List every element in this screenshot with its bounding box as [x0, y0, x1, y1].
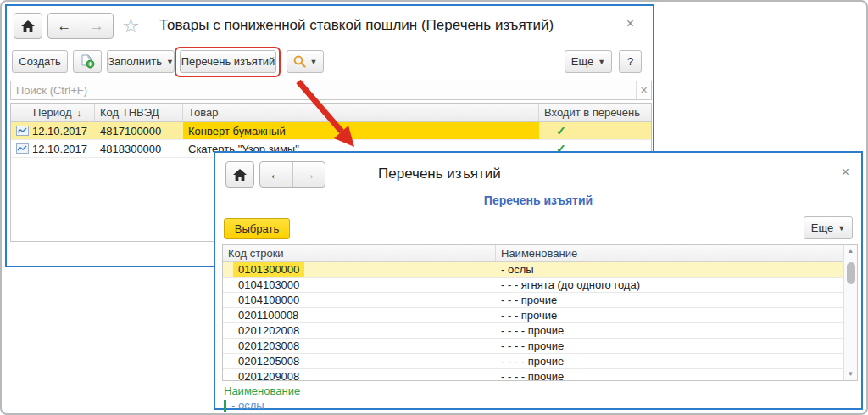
- back-icon: ←: [269, 166, 283, 183]
- home-button[interactable]: [225, 161, 254, 188]
- create-button-label: Создать: [19, 55, 60, 68]
- chevron-down-icon: ▼: [166, 58, 174, 66]
- list-item[interactable]: 0201100008- - - прочие: [223, 308, 843, 323]
- row-code-cell[interactable]: 0104108000: [223, 293, 496, 307]
- footer-field-value: - ослы: [231, 399, 264, 412]
- clear-search-icon[interactable]: ✕: [636, 81, 651, 99]
- search-icon: [293, 55, 306, 68]
- column-header-code[interactable]: Код ТНВЭД: [95, 104, 183, 121]
- chevron-down-icon: ▼: [598, 58, 605, 66]
- row-name-cell[interactable]: - - - - прочие: [496, 369, 843, 380]
- tnved-code-cell[interactable]: 4817100000: [95, 122, 183, 139]
- forward-button[interactable]: →: [292, 162, 326, 187]
- record-icon: [16, 126, 29, 136]
- row-code-cell[interactable]: 0104103000: [223, 278, 496, 292]
- search-input[interactable]: [11, 84, 636, 97]
- in-list-cell[interactable]: ✓: [539, 122, 651, 139]
- search-field-wrap: ✕: [10, 81, 652, 100]
- nav-history-group: ← →: [259, 161, 326, 188]
- product-cell[interactable]: Конверт бумажный: [183, 122, 539, 139]
- favorite-star-icon[interactable]: ☆: [122, 14, 140, 37]
- scroll-up-icon[interactable]: ▲: [848, 245, 854, 257]
- home-icon: [21, 20, 35, 32]
- window-exemption-list: ← → Перечень изъятий × Перечень изъятий …: [214, 151, 863, 410]
- row-name-cell[interactable]: - ослы: [496, 262, 843, 277]
- record-icon: [16, 143, 29, 154]
- chevron-down-icon: ▼: [837, 224, 845, 233]
- more-button-label: Еще: [811, 222, 833, 234]
- goods-table-header: Период ↓ Код ТНВЭД Товар Входит в перече…: [11, 104, 651, 122]
- select-button-label: Выбрать: [235, 222, 279, 235]
- list-item[interactable]: 0101300000- ослы: [223, 262, 843, 278]
- help-button[interactable]: ?: [619, 50, 642, 73]
- list-item[interactable]: 0201202008- - - - прочие: [223, 323, 843, 339]
- list-item[interactable]: 0201209008- - - - прочие: [223, 369, 843, 380]
- search-menu-button[interactable]: ▼: [287, 50, 324, 73]
- fill-button-label: Заполнить: [108, 55, 162, 68]
- back-button[interactable]: ←: [48, 14, 81, 38]
- more-button-label: Еще: [571, 55, 593, 68]
- sort-descending-icon: ↓: [77, 108, 82, 118]
- copy-button[interactable]: [73, 50, 102, 73]
- row-code-cell[interactable]: 0201100008: [223, 308, 496, 322]
- home-icon: [233, 169, 247, 181]
- vertical-scrollbar[interactable]: ▲ ▼: [843, 245, 857, 380]
- row-code-cell[interactable]: 0201202008: [223, 323, 496, 338]
- column-header-row-code[interactable]: Код строки: [223, 245, 496, 261]
- row-code-cell[interactable]: 0201209008: [223, 369, 496, 380]
- row-name-cell[interactable]: - - - прочие: [496, 293, 843, 307]
- row-name-cell[interactable]: - - - - прочие: [496, 339, 843, 353]
- nav-history-group: ← →: [47, 13, 114, 39]
- cursor-bar: [224, 400, 226, 412]
- forward-icon: →: [90, 18, 104, 35]
- footer-field-label: Наименование: [224, 384, 300, 397]
- chevron-down-icon: ▼: [310, 58, 318, 66]
- exemption-table: Код строки Наименование 0101300000- ослы…: [222, 244, 858, 381]
- back-icon: ←: [57, 18, 71, 35]
- more-button[interactable]: Еще ▼: [804, 216, 853, 239]
- check-icon: ✓: [556, 124, 566, 137]
- column-header-product[interactable]: Товар: [183, 104, 539, 121]
- row-name-cell[interactable]: - - - - прочие: [496, 354, 843, 368]
- list-item[interactable]: 0104103000- - - ягнята (до одного года): [223, 278, 843, 293]
- fill-button[interactable]: Заполнить ▼: [107, 50, 175, 73]
- copy-document-icon: [81, 54, 95, 69]
- column-header-name[interactable]: Наименование: [496, 245, 857, 261]
- close-icon[interactable]: ×: [842, 165, 849, 180]
- list-item[interactable]: 0104108000- - - прочие: [223, 293, 843, 308]
- forward-button[interactable]: →: [81, 14, 114, 38]
- period-cell[interactable]: 12.10.2017: [11, 140, 95, 157]
- row-name-cell[interactable]: - - - ягнята (до одного года): [496, 278, 843, 292]
- more-button[interactable]: Еще ▼: [565, 50, 612, 73]
- home-button[interactable]: [14, 13, 42, 39]
- back-button[interactable]: ←: [260, 162, 292, 187]
- scroll-down-icon[interactable]: ▼: [848, 368, 854, 380]
- list-heading: Перечень изъятий: [215, 193, 861, 207]
- exemption-table-body: 0101300000- ослы0104103000- - - ягнята (…: [223, 262, 843, 380]
- column-header-in-list[interactable]: Входит в перечень: [539, 104, 651, 121]
- page-title: Товары с пониженной ставкой пошлин (Пере…: [159, 17, 554, 34]
- table-row[interactable]: 12.10.20174817100000Конверт бумажный✓: [11, 122, 651, 140]
- footer-field-value-row: - ослы: [224, 399, 264, 412]
- scrollbar-thumb[interactable]: [847, 262, 855, 284]
- close-icon[interactable]: ×: [626, 16, 634, 31]
- screenshot-frame: ← → ☆ Товары с пониженной ставкой пошлин…: [0, 0, 868, 415]
- period-cell[interactable]: 12.10.2017: [11, 122, 95, 139]
- row-code-cell[interactable]: 0101300000: [223, 262, 496, 277]
- forward-icon: →: [302, 166, 316, 183]
- select-button[interactable]: Выбрать: [224, 218, 290, 239]
- exemption-table-header: Код строки Наименование: [223, 245, 857, 262]
- column-header-period[interactable]: Период ↓: [11, 104, 95, 121]
- popup-title: Перечень изъятий: [378, 165, 501, 182]
- list-item[interactable]: 0201203008- - - - прочие: [223, 339, 843, 354]
- help-button-label: ?: [627, 55, 633, 68]
- row-code-cell[interactable]: 0201205008: [223, 354, 496, 368]
- create-button[interactable]: Создать: [12, 50, 68, 73]
- row-name-cell[interactable]: - - - прочие: [496, 308, 843, 322]
- list-item[interactable]: 0201205008- - - - прочие: [223, 354, 843, 369]
- row-code-cell[interactable]: 0201203008: [223, 339, 496, 353]
- highlight-annotation: [175, 47, 281, 77]
- row-name-cell[interactable]: - - - - прочие: [496, 323, 843, 338]
- tnved-code-cell[interactable]: 4818300000: [95, 140, 183, 157]
